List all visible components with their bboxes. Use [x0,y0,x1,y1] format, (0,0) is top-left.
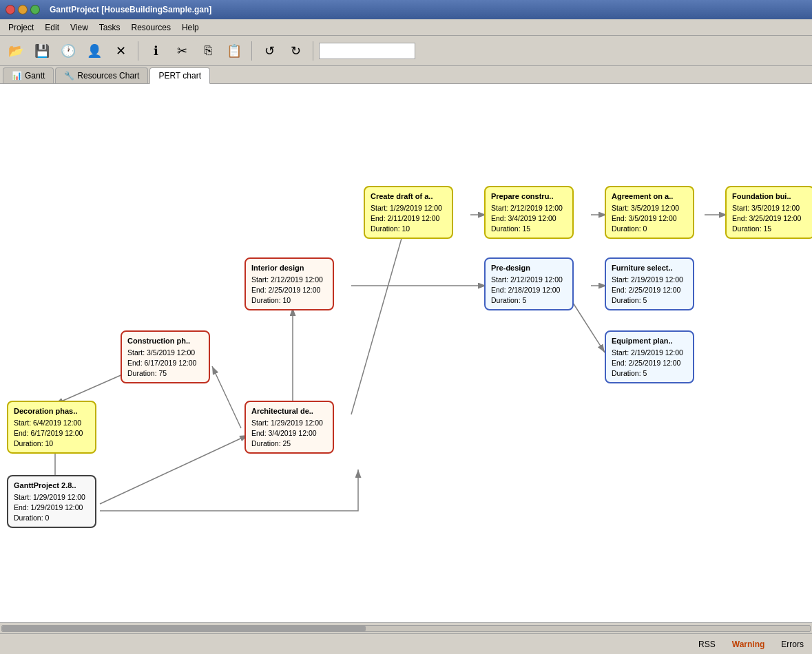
delete-button[interactable]: ✕ [109,39,132,63]
undo-button[interactable]: ↺ [258,39,281,63]
user-button[interactable]: 👤 [83,39,106,63]
resources-chart-tab[interactable]: 🔧 Resources Chart [55,67,148,83]
node-interior-title: Interior design [251,263,327,273]
toolbar-separator-3 [313,41,313,61]
node-create-draft[interactable]: Create draft of a.. Start: 1/29/2019 12:… [364,186,453,239]
node-construction-end: End: 6/17/2019 12:00 [127,358,203,368]
redo-button[interactable]: ↻ [284,39,307,63]
svg-line-10 [573,303,605,352]
node-create-draft-title: Create draft of a.. [371,191,446,202]
toolbar-separator-2 [251,41,252,61]
window-title: GanttProject [HouseBuildingSample.gan] [50,5,211,14]
node-equipment-duration: Duration: 5 [612,368,687,379]
toolbar-separator-1 [138,41,138,61]
node-equipment-end: End: 2/25/2019 12:00 [612,358,687,368]
copy-button[interactable]: ⎘ [196,39,220,63]
node-decoration-start: Start: 6/4/2019 12:00 [14,418,90,428]
svg-line-12 [351,222,406,414]
open-folder-button[interactable]: 📂 [4,39,28,63]
statusbar: RSS Warning Errors [0,633,812,654]
node-furniture-end: End: 2/25/2019 12:00 [612,285,687,295]
node-pre-design-start: Start: 2/12/2019 12:00 [491,275,567,285]
svg-line-2 [100,435,248,504]
node-prepare-constr[interactable]: Prepare constru.. Start: 2/12/2019 12:00… [484,186,574,239]
node-architectural[interactable]: Architectural de.. Start: 1/29/2019 12:0… [244,401,334,454]
svg-line-4 [212,366,241,428]
node-prepare-constr-start: Start: 2/12/2019 12:00 [491,203,567,213]
node-agreement[interactable]: Agreement on a.. Start: 3/5/2019 12:00 E… [605,186,694,239]
node-agreement-title: Agreement on a.. [612,191,687,202]
node-foundation-start: Start: 3/5/2019 12:00 [732,203,808,213]
pert-chart-tab[interactable]: PERT chart [149,67,210,84]
node-architectural-duration: Duration: 25 [251,439,327,449]
node-furniture[interactable]: Furniture select.. Start: 2/19/2019 12:0… [605,257,694,310]
menu-item-tasks[interactable]: Tasks [94,21,126,34]
main-area: GanttProject 2.8.. Start: 1/29/2019 12:0… [0,84,812,622]
node-construction-start: Start: 3/5/2019 12:00 [127,348,203,358]
node-foundation-title: Foundation bui.. [732,191,808,202]
close-button[interactable] [6,5,15,14]
node-architectural-start: Start: 1/29/2019 12:00 [251,418,327,428]
node-ganttproject-start: Start: 1/29/2019 12:00 [14,492,90,503]
node-foundation[interactable]: Foundation bui.. Start: 3/5/2019 12:00 E… [725,186,812,239]
node-furniture-start: Start: 2/19/2019 12:00 [612,275,687,285]
minimize-button[interactable] [18,5,28,14]
info-button[interactable]: ℹ [144,39,167,63]
menu-item-resources[interactable]: Resources [126,21,176,34]
node-agreement-end: End: 3/5/2019 12:00 [612,213,687,224]
node-architectural-end: End: 3/4/2019 12:00 [251,428,327,439]
search-input[interactable] [319,43,415,59]
node-prepare-constr-title: Prepare constru.. [491,191,567,202]
node-decoration[interactable]: Decoration phas.. Start: 6/4/2019 12:00 … [7,401,96,454]
titlebar: GanttProject [HouseBuildingSample.gan] [0,0,812,19]
menu-item-view[interactable]: View [65,21,94,34]
node-decoration-title: Decoration phas.. [14,406,90,416]
node-ganttproject-title: GanttProject 2.8.. [14,481,90,491]
paste-button[interactable]: 📋 [222,39,246,63]
gantt-tab[interactable]: 📊 Gantt [3,67,54,83]
node-create-draft-start: Start: 1/29/2019 12:00 [371,203,446,213]
node-prepare-constr-end: End: 3/4/2019 12:00 [491,213,567,224]
gantt-tab-icon: 📊 [12,71,22,81]
menu-item-help[interactable]: Help [176,21,205,34]
node-architectural-title: Architectural de.. [251,406,327,416]
history-button[interactable]: 🕐 [56,39,80,63]
node-prepare-constr-duration: Duration: 15 [491,224,567,234]
node-construction[interactable]: Construction ph.. Start: 3/5/2019 12:00 … [121,330,210,383]
node-equipment[interactable]: Equipment plan.. Start: 2/19/2019 12:00 … [605,330,694,383]
node-pre-design-end: End: 2/18/2019 12:00 [491,285,567,295]
node-equipment-title: Equipment plan.. [612,336,687,346]
node-ganttproject-duration: Duration: 0 [14,513,90,523]
warning-status[interactable]: Warning [732,640,765,649]
gantt-tab-label: Gantt [25,71,45,81]
cut-button[interactable]: ✂ [170,39,194,63]
node-interior[interactable]: Interior design Start: 2/12/2019 12:00 E… [244,257,334,310]
tabs: 📊 Gantt 🔧 Resources Chart PERT chart [0,66,812,84]
pert-canvas[interactable]: GanttProject 2.8.. Start: 1/29/2019 12:0… [0,84,812,622]
menu-item-edit[interactable]: Edit [39,21,65,34]
node-pre-design-title: Pre-design [491,263,567,273]
node-create-draft-duration: Duration: 10 [371,224,446,234]
errors-status[interactable]: Errors [781,640,804,649]
pert-chart-tab-label: PERT chart [158,71,201,81]
node-ganttproject[interactable]: GanttProject 2.8.. Start: 1/29/2019 12:0… [7,475,96,528]
rss-status[interactable]: RSS [698,640,716,649]
node-interior-start: Start: 2/12/2019 12:00 [251,275,327,285]
toolbar: 📂 💾 🕐 👤 ✕ ℹ ✂ ⎘ 📋 ↺ ↻ [0,36,812,66]
window-controls[interactable] [6,5,40,14]
scrollbar-track[interactable] [1,625,811,632]
node-agreement-start: Start: 3/5/2019 12:00 [612,203,687,213]
resources-chart-tab-label: Resources Chart [77,71,139,81]
save-button[interactable]: 💾 [30,39,54,63]
maximize-button[interactable] [30,5,40,14]
node-interior-duration: Duration: 10 [251,295,327,306]
node-construction-title: Construction ph.. [127,336,203,346]
horizontal-scrollbar[interactable] [0,622,812,633]
node-decoration-duration: Duration: 10 [14,439,90,449]
node-create-draft-end: End: 2/11/2019 12:00 [371,213,446,224]
node-pre-design-duration: Duration: 5 [491,295,567,306]
scrollbar-thumb[interactable] [2,626,366,631]
menu-item-project[interactable]: Project [3,21,39,34]
node-pre-design[interactable]: Pre-design Start: 2/12/2019 12:00 End: 2… [484,257,574,310]
node-construction-duration: Duration: 75 [127,368,203,379]
